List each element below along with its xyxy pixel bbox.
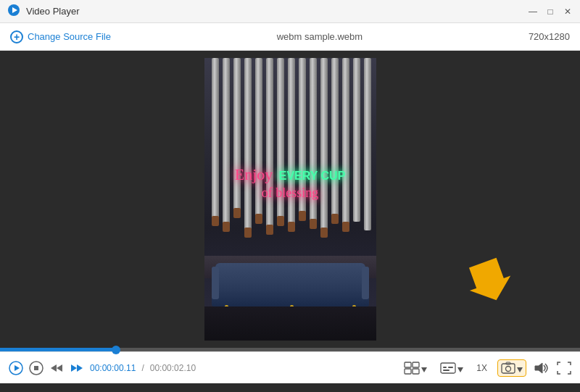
arrow-indicator bbox=[468, 254, 511, 304]
rewind-button[interactable] bbox=[49, 361, 64, 375]
svg-marker-15 bbox=[421, 367, 427, 372]
current-time: 00:00:00.11 bbox=[90, 363, 136, 373]
progress-bar[interactable] bbox=[0, 348, 580, 351]
progress-track bbox=[0, 348, 580, 351]
app-icon bbox=[7, 4, 20, 20]
svg-marker-4 bbox=[14, 365, 20, 371]
svg-marker-7 bbox=[51, 364, 57, 372]
svg-marker-8 bbox=[57, 364, 62, 372]
sofa-arm-left bbox=[212, 267, 219, 299]
playback-controls: 00:00:00.11 / 00:00:02.10 bbox=[9, 361, 196, 375]
svg-rect-6 bbox=[34, 366, 38, 370]
speed-label: 1X bbox=[476, 363, 487, 373]
svg-rect-11 bbox=[405, 362, 411, 367]
progress-fill bbox=[0, 348, 116, 351]
file-name: webm sample.webm bbox=[277, 31, 363, 42]
resolution: 720x1280 bbox=[529, 31, 570, 42]
svg-rect-14 bbox=[413, 369, 419, 374]
title-bar: Video Player — □ ✕ bbox=[0, 0, 580, 23]
neon-enjoy-text: Enjoy bbox=[235, 165, 273, 183]
progress-handle[interactable] bbox=[112, 346, 120, 354]
sofa-arm-right bbox=[362, 267, 369, 299]
svg-rect-19 bbox=[443, 370, 450, 371]
maximize-button[interactable]: □ bbox=[545, 7, 555, 17]
svg-marker-10 bbox=[77, 364, 83, 372]
svg-marker-20 bbox=[457, 367, 463, 372]
title-bar-left: Video Player bbox=[7, 4, 79, 20]
svg-rect-17 bbox=[443, 367, 447, 368]
plus-circle-icon: + bbox=[10, 30, 23, 43]
screenshot-button[interactable] bbox=[497, 359, 526, 377]
change-source-button[interactable]: + Change Source File bbox=[10, 30, 111, 43]
right-controls: 1X bbox=[401, 359, 571, 377]
close-button[interactable]: ✕ bbox=[563, 7, 573, 17]
play-button[interactable] bbox=[9, 361, 23, 375]
speed-control[interactable]: 1X bbox=[473, 362, 490, 375]
subtitle-button[interactable] bbox=[437, 360, 466, 376]
neon-every-text: EVERY CU bbox=[279, 170, 338, 182]
fast-forward-button[interactable] bbox=[70, 361, 84, 375]
toolbar: + Change Source File webm sample.webm 72… bbox=[0, 23, 580, 51]
layout-selector[interactable] bbox=[401, 360, 430, 376]
minimize-button[interactable]: — bbox=[528, 7, 538, 17]
svg-rect-18 bbox=[448, 367, 453, 368]
change-source-label: Change Source File bbox=[28, 31, 111, 42]
neon-blessing-text: of blessing bbox=[210, 185, 370, 201]
neon-sign: Enjoy EVERY CUP of blessing bbox=[210, 165, 370, 201]
total-time: 00:00:02.10 bbox=[150, 363, 196, 373]
svg-marker-24 bbox=[517, 367, 523, 372]
fullscreen-button[interactable] bbox=[557, 362, 571, 375]
sofa-back bbox=[215, 263, 365, 288]
neon-cup-text: P bbox=[338, 170, 346, 182]
svg-rect-12 bbox=[413, 362, 419, 367]
svg-marker-25 bbox=[535, 363, 542, 373]
svg-rect-16 bbox=[441, 363, 455, 373]
video-area: Enjoy EVERY CUP of blessing bbox=[0, 51, 580, 348]
svg-marker-2 bbox=[468, 255, 511, 301]
svg-point-22 bbox=[506, 366, 511, 371]
sofa-seat bbox=[212, 288, 369, 306]
stop-button[interactable] bbox=[29, 361, 44, 375]
controls-bar: 00:00:00.11 / 00:00:02.10 bbox=[0, 351, 580, 383]
svg-marker-9 bbox=[71, 364, 77, 372]
video-frame: Enjoy EVERY CUP of blessing bbox=[204, 58, 376, 341]
volume-button[interactable] bbox=[534, 362, 550, 375]
window-controls: — □ ✕ bbox=[528, 7, 573, 17]
svg-rect-13 bbox=[405, 369, 411, 374]
video-scene: Enjoy EVERY CUP of blessing bbox=[204, 58, 376, 341]
sofa bbox=[212, 263, 369, 306]
time-separator: / bbox=[141, 363, 144, 373]
app-title: Video Player bbox=[26, 6, 79, 17]
